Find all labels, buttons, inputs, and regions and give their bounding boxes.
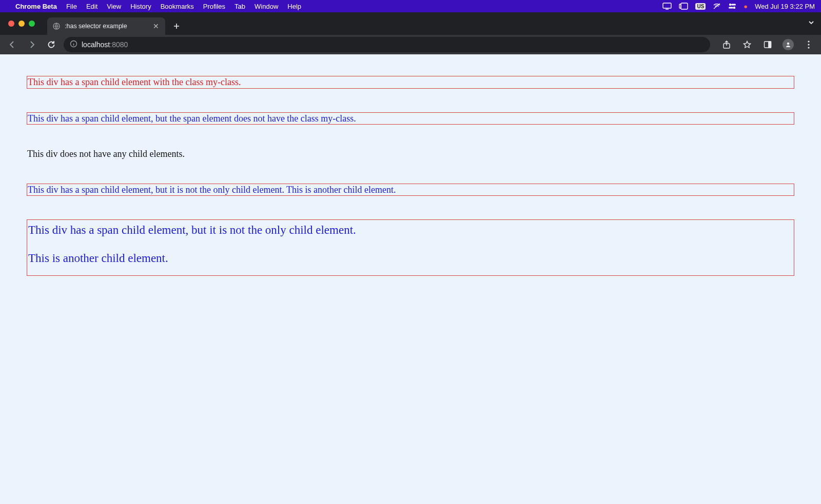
demo-text: This div has a span child element, but i… bbox=[28, 185, 396, 195]
input-source-badge[interactable]: US bbox=[695, 3, 706, 10]
window-minimize-button[interactable] bbox=[18, 21, 25, 27]
screen-mirroring-icon[interactable] bbox=[662, 3, 672, 10]
svg-rect-0 bbox=[663, 3, 671, 8]
tab-title: :has selector example bbox=[65, 23, 148, 30]
svg-rect-1 bbox=[681, 3, 688, 9]
svg-rect-11 bbox=[769, 42, 771, 48]
recording-indicator-icon: ● bbox=[744, 3, 748, 10]
svg-point-12 bbox=[787, 43, 790, 45]
stage-manager-icon[interactable] bbox=[679, 3, 688, 10]
demo-text: This div has a span child element, but t… bbox=[28, 113, 356, 124]
address-bar[interactable]: localhost:8080 bbox=[64, 37, 710, 52]
demo-box-4: This div has a span child element, but i… bbox=[27, 184, 794, 196]
site-info-icon[interactable] bbox=[70, 40, 77, 49]
menubar-clock[interactable]: Wed Jul 19 3:22 PM bbox=[755, 3, 815, 10]
window-controls bbox=[8, 21, 35, 27]
window-zoom-button[interactable] bbox=[29, 21, 35, 27]
menubar-item-tab[interactable]: Tab bbox=[234, 3, 245, 10]
menubar-item-window[interactable]: Window bbox=[255, 3, 278, 10]
menubar-item-view[interactable]: View bbox=[107, 3, 121, 10]
window-close-button[interactable] bbox=[8, 21, 14, 27]
demo-text: This div has a span child element with t… bbox=[28, 77, 241, 87]
url-host: localhost bbox=[82, 41, 110, 49]
page-viewport: This div has a span child element with t… bbox=[0, 54, 821, 504]
new-tab-button[interactable] bbox=[169, 19, 184, 33]
svg-rect-6 bbox=[729, 7, 733, 9]
menubar-app-name[interactable]: Chrome Beta bbox=[15, 3, 57, 10]
profile-button[interactable] bbox=[781, 37, 795, 52]
demo-box-1: This div has a span child element with t… bbox=[27, 76, 794, 89]
url-port: :8080 bbox=[110, 41, 128, 49]
globe-icon bbox=[52, 22, 61, 30]
svg-rect-2 bbox=[679, 4, 681, 8]
svg-point-13 bbox=[808, 41, 809, 42]
demo-text-line2: This is another child element. bbox=[28, 250, 793, 266]
svg-point-14 bbox=[808, 44, 809, 45]
svg-point-15 bbox=[808, 47, 809, 48]
svg-rect-4 bbox=[731, 4, 736, 6]
control-center-icon[interactable] bbox=[728, 3, 736, 9]
chrome-menu-button[interactable] bbox=[802, 37, 816, 52]
wifi-off-icon[interactable] bbox=[713, 3, 721, 10]
back-button[interactable] bbox=[5, 37, 19, 52]
browser-toolbar: localhost:8080 bbox=[0, 35, 821, 54]
share-button[interactable] bbox=[719, 37, 734, 52]
demo-box-3: This div does not have any child element… bbox=[27, 148, 794, 160]
menubar-item-file[interactable]: File bbox=[66, 3, 77, 10]
menubar-item-edit[interactable]: Edit bbox=[86, 3, 97, 10]
menubar-item-history[interactable]: History bbox=[130, 3, 151, 10]
bookmark-button[interactable] bbox=[740, 37, 754, 52]
svg-point-3 bbox=[729, 4, 731, 6]
side-panel-button[interactable] bbox=[760, 37, 775, 52]
demo-box-5: This div has a span child element, but i… bbox=[27, 219, 794, 276]
tab-close-button[interactable]: ✕ bbox=[152, 22, 160, 30]
demo-text: This div does not have any child element… bbox=[27, 149, 185, 159]
reload-button[interactable] bbox=[44, 37, 58, 52]
browser-tabstrip: :has selector example ✕ bbox=[0, 12, 821, 35]
macos-menubar: Chrome Beta File Edit View History Bookm… bbox=[0, 0, 821, 12]
menubar-item-profiles[interactable]: Profiles bbox=[203, 3, 225, 10]
menubar-item-bookmarks[interactable]: Bookmarks bbox=[161, 3, 194, 10]
tabs-dropdown-button[interactable] bbox=[808, 19, 815, 28]
browser-tab[interactable]: :has selector example ✕ bbox=[47, 17, 165, 35]
demo-text-line1: This div has a span child element, but i… bbox=[28, 222, 793, 238]
menubar-item-help[interactable]: Help bbox=[287, 3, 301, 10]
demo-box-2: This div has a span child element, but t… bbox=[27, 112, 794, 125]
svg-point-5 bbox=[733, 7, 735, 9]
forward-button[interactable] bbox=[25, 37, 39, 52]
